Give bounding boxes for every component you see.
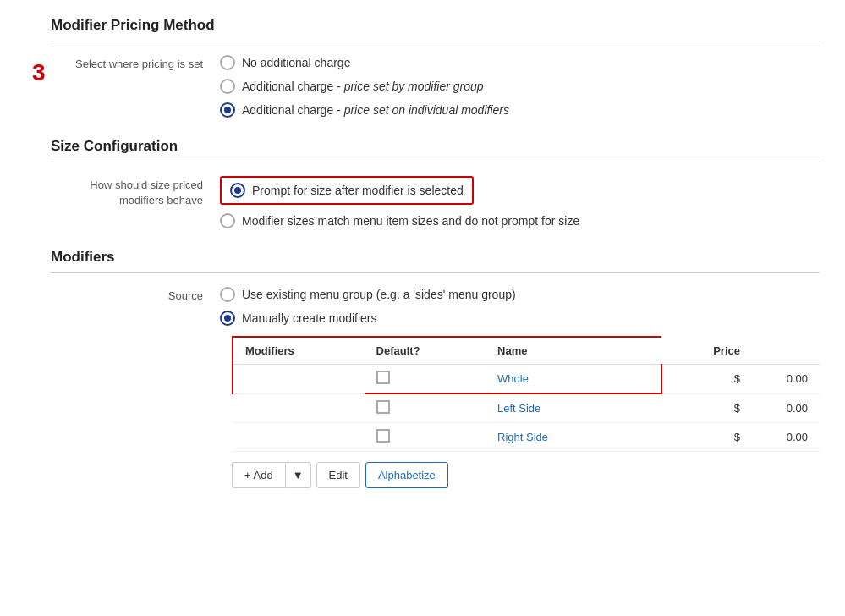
cell-name-1: Whole xyxy=(486,365,619,394)
edit-button[interactable]: Edit xyxy=(316,462,360,488)
radio-circle-no-charge xyxy=(220,55,235,70)
cell-modifiers-1 xyxy=(233,365,365,394)
radio-label-group-charge: Additional charge - price set by modifie… xyxy=(242,80,484,93)
radio-group-charge[interactable]: Additional charge - price set by modifie… xyxy=(220,79,509,94)
modifiers-table-container: Modifiers Default? Name Price xyxy=(232,336,820,488)
alphabetize-button[interactable]: Alphabetize xyxy=(365,462,448,488)
checkbox-default-2[interactable] xyxy=(376,400,390,414)
cell-spacer-1 xyxy=(619,365,661,394)
cell-price-symbol-3: $ xyxy=(661,423,752,452)
cell-name-3: Right Side xyxy=(486,423,619,452)
radio-label-individual-charge-italic: price set on individual modifiers xyxy=(344,103,509,117)
size-config-options: Prompt for size after modifier is select… xyxy=(220,176,579,228)
add-button[interactable]: + Add xyxy=(232,462,285,488)
radio-label-manually-create: Manually create modifiers xyxy=(242,311,377,325)
cell-default-2[interactable] xyxy=(365,393,486,423)
radio-circle-use-existing xyxy=(220,287,235,302)
highlight-box-prompt-size: Prompt for size after modifier is select… xyxy=(220,176,474,205)
col-spacer-header xyxy=(619,337,661,365)
radio-circle-group-charge xyxy=(220,79,235,94)
table-row: Whole $ 0.00 xyxy=(233,365,820,394)
cell-modifiers-2 xyxy=(233,393,365,423)
radio-label-match-sizes: Modifier sizes match menu item sizes and… xyxy=(242,214,579,228)
radio-no-charge[interactable]: No additional charge xyxy=(220,55,509,70)
table-row: Left Side $ 0.00 xyxy=(233,393,820,423)
modifier-pricing-title: Modifier Pricing Method xyxy=(51,17,820,41)
cell-spacer-2 xyxy=(619,393,661,423)
col-name-header: Name xyxy=(486,337,619,365)
radio-circle-match-sizes xyxy=(220,213,235,228)
modifiers-table: Modifiers Default? Name Price xyxy=(232,336,820,452)
modifier-link-left-side[interactable]: Left Side xyxy=(497,402,540,415)
modifier-link-whole[interactable]: Whole xyxy=(497,372,529,385)
button-row: + Add ▼ Edit Alphabetize xyxy=(232,462,820,488)
size-config-label: How should size priced modifiers behave xyxy=(51,176,220,208)
cell-modifiers-3 xyxy=(233,423,365,452)
cell-name-2: Left Side xyxy=(486,393,619,423)
radio-prompt-size[interactable]: Prompt for size after modifier is select… xyxy=(220,176,579,205)
cell-price-amount-1: 0.00 xyxy=(752,365,820,394)
size-configuration-title: Size Configuration xyxy=(51,138,820,162)
modifiers-section: Modifiers Source Use existing menu group… xyxy=(51,249,820,488)
radio-circle-manually-create xyxy=(220,311,235,326)
size-configuration-section: Size Configuration How should size price… xyxy=(51,138,820,228)
modifier-link-right-side[interactable]: Right Side xyxy=(497,431,548,443)
radio-label-individual-charge: Additional charge - price set on individ… xyxy=(242,103,509,117)
size-config-field-row: How should size priced modifiers behave … xyxy=(51,176,820,228)
source-label: Source xyxy=(51,287,220,304)
cell-default-3[interactable] xyxy=(365,423,486,452)
modifier-pricing-section: Modifier Pricing Method Select where pri… xyxy=(51,17,820,118)
cell-price-symbol-2: $ xyxy=(661,393,752,423)
radio-label-use-existing: Use existing menu group (e.g. a 'sides' … xyxy=(242,288,516,301)
source-field-row: Source Use existing menu group (e.g. a '… xyxy=(51,287,820,326)
cell-price-amount-3: 0.00 xyxy=(752,423,820,452)
radio-circle-prompt-size xyxy=(230,183,245,198)
cell-spacer-3 xyxy=(619,423,661,452)
radio-label-prompt-size: Prompt for size after modifier is select… xyxy=(252,184,464,197)
col-price-amount-header xyxy=(752,337,820,365)
radio-label-group-charge-italic: price set by modifier group xyxy=(344,80,484,93)
radio-individual-charge[interactable]: Additional charge - price set on individ… xyxy=(220,102,509,118)
dropdown-arrow-button[interactable]: ▼ xyxy=(285,462,311,488)
radio-label-no-charge: No additional charge xyxy=(242,56,350,69)
col-modifiers-header: Modifiers xyxy=(233,337,365,365)
checkbox-default-1[interactable] xyxy=(376,371,390,384)
table-row: Right Side $ 0.00 xyxy=(233,423,820,452)
source-options: Use existing menu group (e.g. a 'sides' … xyxy=(220,287,516,326)
col-price-header: Price xyxy=(661,337,752,365)
radio-manually-create[interactable]: Manually create modifiers xyxy=(220,311,516,326)
radio-circle-individual-charge xyxy=(220,102,235,118)
pricing-label: Select where pricing is set xyxy=(51,55,220,72)
radio-match-sizes[interactable]: Modifier sizes match menu item sizes and… xyxy=(220,213,579,228)
pricing-options: No additional charge Additional charge -… xyxy=(220,55,509,118)
modifiers-title: Modifiers xyxy=(51,249,820,273)
cell-price-symbol-1: $ xyxy=(661,365,752,394)
cell-price-amount-2: 0.00 xyxy=(752,393,820,423)
radio-use-existing[interactable]: Use existing menu group (e.g. a 'sides' … xyxy=(220,287,516,302)
step-number: 3 xyxy=(32,59,46,86)
pricing-field-row: Select where pricing is set No additiona… xyxy=(51,55,820,118)
checkbox-default-3[interactable] xyxy=(376,429,390,443)
col-default-header: Default? xyxy=(365,337,486,365)
table-header-row: Modifiers Default? Name Price xyxy=(233,337,820,365)
cell-default-1[interactable] xyxy=(365,365,486,394)
